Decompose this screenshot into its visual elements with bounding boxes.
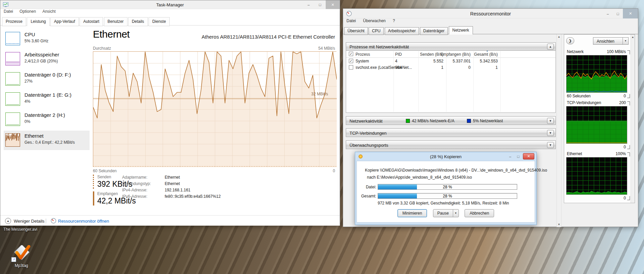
rm-menu-ueberwachen[interactable]: Überwachen [363,18,385,23]
table-row[interactable]: ✓ System 4 5.552 5.337.001 5.342.553 [346,58,555,64]
column-prozess[interactable]: Prozess [356,52,370,57]
rm-menubar: Datei Überwachen ? [343,18,638,26]
sidebar-item-arbeitsspeicher[interactable]: Arbeitsspeicher 2,4/12,0 GB (20%) [4,49,90,69]
vertical-scrollbar[interactable]: ▲ ▼ [556,34,561,227]
disk1-thumbnail [5,92,20,106]
expand-chevron-icon[interactable]: ▼ [547,130,554,136]
tab-leistung[interactable]: Leistung [27,17,49,26]
netzwerk-mini-graph [566,55,627,93]
column-pid[interactable]: PID [395,52,402,57]
tm-menu-optionen[interactable]: Optionen [19,9,36,14]
tab-details[interactable]: Details [128,17,148,26]
tab-dienste[interactable]: Dienste [149,17,170,26]
copy-dialog-titlebar[interactable]: (28 %) Kopieren – □ ✕ [357,152,535,161]
tab-datentraeger[interactable]: Datenträger [420,27,448,35]
ethernet-graph-bottom-row: 0 [567,196,630,201]
resource-monitor-title: Ressourcenmonitor [343,11,638,16]
page-title: Ethernet [93,29,129,40]
graph-title: Netzwerk [567,49,584,54]
detail-label: IPv6-Adresse: [122,194,147,199]
listening-ports-header[interactable]: Überwachungsports ▼ [346,140,556,149]
expand-panel-button[interactable]: ❯ [566,37,574,44]
tab-uebersicht[interactable]: Übersicht [344,27,368,35]
detail-label: Verbindungstyp: [122,181,151,186]
sidebar-item-title: Datenträger 0 (D: F:) [24,72,71,78]
tcp-graph-title-row: TCP-Verbindungen 200 [567,100,630,106]
views-button[interactable]: Ansichten ▼ [593,37,629,45]
tab-arbeitsspeicher[interactable]: Arbeitsspeicher [385,27,419,35]
scale-bracket [627,152,630,156]
scale-bracket [627,145,630,149]
sidebar-item-datentraeger-2[interactable]: Datenträger 2 (H:) 0% [4,110,90,129]
sidebar-item-title: Arbeitsspeicher [24,52,59,57]
detail-label: IPv4-Adresse: [122,188,147,192]
expand-chevron-icon[interactable]: ▼ [547,142,554,148]
sidebar-item-datentraeger-0[interactable]: Datenträger 0 (D: F:) 27% [4,70,90,89]
tab-netzwerk[interactable]: Netzwerk [449,26,473,35]
copy-target-path: nach E:\Movies\Apps\de_windows_8_x64_dvd… [367,175,472,180]
pause-button[interactable]: Pause▼ [433,209,459,217]
minimize-copy-button[interactable]: Minimieren [397,209,427,217]
row-checkbox[interactable] [349,65,353,70]
sidebar-item-ethernet[interactable]: Ethernet Ges.: 0,4 Empf.: 42,2 MBit/s [4,131,90,150]
tm-menu-ansicht[interactable]: Ansicht [42,9,55,14]
row-checkbox[interactable]: ✓ [349,59,353,63]
header-checkbox[interactable]: ✓ [349,52,353,56]
scroll-up-icon[interactable]: ▲ [631,35,635,40]
tm-close-button[interactable]: ✕ [326,0,340,9]
collapse-chevron-icon[interactable]: ▲ [547,44,554,50]
tab-app-verlauf[interactable]: App-Verlauf [50,17,79,26]
sidebar-item-subtitle: 5% 3,60 GHz [24,39,48,43]
tab-prozesse[interactable]: Prozesse [2,17,26,26]
rm-minimize-button[interactable]: – [603,9,613,18]
table-row[interactable]: svchost.exe (LocalServiceNet... 964 1 0 … [346,64,555,71]
tcp-connections-header[interactable]: TCP-Verbindungen ▼ [346,128,556,137]
mp3tag-shortcut[interactable]: ↗ Mp3tag [9,245,34,268]
cd-close-button[interactable]: ✕ [523,153,534,159]
copy-source-path: Kopiere \\OMEGA\G\Downloads\Images\Windo… [365,168,547,173]
tm-menu-datei[interactable]: Datei [4,9,13,14]
resource-monitor-gauge-icon [51,218,56,224]
sidebar-item-datentraeger-1[interactable]: Datenträger 1 (E: G:) 4% [4,90,90,109]
throughput-label: Durchsatz [93,46,111,51]
rm-menu-hilfe[interactable]: ? [393,18,395,23]
tm-maximize-button[interactable]: □ [314,0,326,9]
graphs-scrollbar[interactable]: ▲ [631,35,635,203]
desktop-file-label[interactable]: The Messenger.avi [3,227,37,232]
network-activity-header[interactable]: Netzwerkaktivität 42 MBit/s Netzwerk-E/A… [346,116,556,125]
expand-chevron-icon[interactable]: ▼ [547,118,554,124]
graph-x-label: 60 Sekunden [567,94,591,98]
tm-minimize-button[interactable]: – [303,0,314,9]
tcp-graph-bottom-row: 0 [567,145,630,150]
sidebar-item-cpu[interactable]: CPU 5% 3,60 GHz [4,29,90,49]
column-empfangen[interactable]: Empfangen (B/s) [437,52,471,57]
rm-close-button[interactable]: ✕ [623,9,638,18]
tab-autostart[interactable]: Autostart [79,17,103,26]
cancel-button[interactable]: Abbrechen [465,209,494,217]
cd-minimize-button[interactable]: – [506,154,514,158]
sidebar-item-subtitle: 4% [24,99,30,104]
column-gesamt[interactable]: Gesamt (B/s) [468,52,498,57]
scroll-down-icon[interactable]: ▼ [557,222,561,227]
graph-zero-label: 0 [624,196,626,200]
tab-cpu[interactable]: CPU [369,27,384,35]
rm-maximize-button[interactable]: □ [613,9,623,18]
memory-thumbnail [5,52,20,65]
processes-panel-header[interactable]: Prozesse mit Netzwerkaktivität ▲ [346,42,556,51]
process-name: svchost.exe (LocalServiceNet... [356,65,412,70]
chevron-up-icon[interactable]: ▲ [5,218,11,224]
dropdown-arrow-icon[interactable]: ▼ [623,38,628,44]
resource-monitor-titlebar[interactable]: Ressourcenmonitor – □ ✕ [343,9,638,18]
disk0-thumbnail [5,72,20,86]
less-details-button[interactable]: Weniger Details [14,219,45,224]
scroll-up-icon[interactable]: ▲ [557,34,561,39]
graph-scale-label: 200 [619,100,626,105]
tab-benutzer[interactable]: Benutzer [104,17,127,26]
pause-dropdown-icon[interactable]: ▼ [453,210,459,217]
task-manager-titlebar[interactable]: Task-Manager – □ ✕ [0,0,340,9]
cd-maximize-button[interactable]: □ [514,154,522,158]
rm-tabstrip: Übersicht CPU Arbeitsspeicher Datenträge… [343,26,638,34]
rm-menu-datei[interactable]: Datei [346,18,356,23]
open-resource-monitor-link[interactable]: Ressourcenmonitor öffnen [58,219,109,224]
table-header-row: ✓ Prozess PID Senden (B/s) Empfangen (B/… [346,51,555,58]
